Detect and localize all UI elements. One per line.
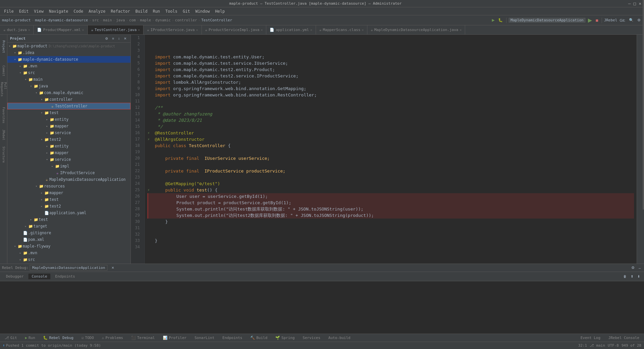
code-content[interactable]: import com.maple.dynamic.test.entity.Use…	[145, 35, 637, 264]
tree-item-4[interactable]: ▾📁src	[7, 69, 130, 76]
menu-edit[interactable]: Edit	[16, 8, 31, 14]
breadcrumb-item[interactable]: controller	[175, 18, 197, 22]
tree-item-27[interactable]: ▸📁target	[7, 223, 130, 230]
tree-item-8[interactable]: ▾📁controller	[7, 96, 130, 103]
close-btn[interactable]: ✕	[639, 1, 641, 6]
project-layout-btn[interactable]: ≡	[111, 36, 115, 41]
menu-run[interactable]: Run	[150, 8, 163, 14]
menu-git[interactable]: Git	[180, 8, 193, 14]
scroll-bottom-btn[interactable]: ⬇	[636, 274, 641, 279]
tab-close-2[interactable]: ✕	[138, 28, 140, 32]
menu-view[interactable]: View	[31, 8, 46, 14]
tree-item-31[interactable]: ▸📁.mvn	[7, 250, 130, 256]
tab-2[interactable]: ☕ TestController.java ✕	[88, 25, 144, 34]
todo-status[interactable]: ☑ TODO	[79, 335, 96, 340]
maximize-btn[interactable]: □	[633, 1, 636, 6]
tab-close-0[interactable]: ✕	[28, 28, 30, 32]
tab-7[interactable]: ☕ MapleDynamicDatasourceApplication.java…	[367, 25, 465, 34]
build-status[interactable]: 🔨 Build	[248, 335, 269, 340]
search-btn[interactable]: 🔍	[628, 17, 635, 23]
profiler-status[interactable]: 📊 Profiler	[161, 335, 189, 340]
tree-item-30[interactable]: ▾📁maple-flyway	[7, 243, 130, 250]
breadcrumb-item[interactable]: maple	[140, 18, 151, 22]
breadcrumb-item[interactable]: com	[129, 18, 136, 22]
tree-item-5[interactable]: ▾📁main	[7, 76, 130, 83]
bottom-settings-btn[interactable]: ⚙	[630, 265, 636, 271]
debugger-tab[interactable]: Debugger	[3, 274, 27, 279]
tab-3[interactable]: ☕ IProductService.java ✕	[143, 25, 202, 34]
project-expand-btn[interactable]: ↕	[117, 36, 121, 41]
tree-item-14[interactable]: ▾📁test2	[7, 136, 130, 143]
tab-close-7[interactable]: ✕	[459, 28, 461, 32]
terminal-status[interactable]: ⬛ Terminal	[129, 335, 157, 340]
tree-item-19[interactable]: ☕IProductService	[7, 169, 130, 176]
gutter-icon-17[interactable]: ⚡	[147, 136, 150, 142]
rebel-debug-status[interactable]: 🐛 Rebel Debug	[41, 335, 75, 340]
spring-status[interactable]: 🌱 Spring	[273, 335, 297, 340]
gutter-icon-16[interactable]: ⚡	[147, 130, 150, 136]
tree-item-32[interactable]: ▸📁src	[7, 256, 130, 263]
menu-file[interactable]: File	[1, 8, 16, 14]
tree-item-21[interactable]: ▾📁resources	[7, 183, 130, 190]
encoding-label[interactable]: UTF-8	[608, 343, 619, 348]
endpoints-tab[interactable]: Endpoints	[52, 274, 78, 279]
debug-close-btn[interactable]: ✕	[110, 265, 115, 270]
position-label[interactable]: 32:1	[578, 343, 587, 348]
pull-requests-icon[interactable]: Pull Requests	[0, 82, 7, 102]
project-close-btn[interactable]: ✕	[122, 36, 128, 41]
tab-0[interactable]: ☕ duct.java ✕	[0, 25, 34, 34]
breadcrumb-item[interactable]: TestController	[201, 18, 232, 22]
debug-btn[interactable]: 🐛	[497, 17, 504, 23]
problems-status[interactable]: ⚠ Problems	[100, 335, 125, 340]
autobuild-status[interactable]: Auto-build	[326, 335, 352, 340]
breadcrumb-item[interactable]: maple-dynamic-datasource	[35, 18, 88, 22]
tab-close-3[interactable]: ✕	[196, 28, 198, 32]
tree-item-18[interactable]: ▸📁impl	[7, 163, 130, 169]
git-push-status[interactable]: ⬆ Pushed 1 commit to origin/main (today …	[3, 343, 101, 348]
tab-close-1[interactable]: ✕	[82, 28, 84, 32]
tab-1[interactable]: 📄 ProductMapper.xml ✕	[34, 25, 88, 34]
services-status[interactable]: Services	[301, 335, 322, 340]
breadcrumb-item[interactable]: main	[103, 18, 112, 22]
tree-item-9[interactable]: ☕TestController	[7, 103, 130, 109]
jrebel-icon[interactable]: JRebel	[0, 128, 7, 141]
tree-item-15[interactable]: ▸📁entity	[7, 143, 130, 149]
tree-item-24[interactable]: ▸📁test2	[7, 203, 130, 210]
event-log-status[interactable]: Event Log	[579, 335, 603, 340]
structure-icon[interactable]: Structure	[0, 146, 7, 163]
run-btn[interactable]: ▶	[587, 16, 593, 24]
breadcrumb-item[interactable]: java	[116, 18, 125, 22]
run-status[interactable]: ▶ Run	[23, 335, 37, 340]
commit-icon[interactable]: Commit	[0, 64, 7, 77]
menu-analyze[interactable]: Analyze	[86, 8, 108, 14]
tab-5[interactable]: 📄 application.yml ✕	[266, 25, 316, 34]
scroll-top-btn[interactable]: ⬆	[629, 274, 635, 279]
settings-btn[interactable]: ⚙	[636, 17, 642, 23]
branch-label[interactable]: ⎇ main	[590, 343, 605, 348]
tree-item-25[interactable]: 📄application.yaml	[7, 210, 130, 216]
tab-6[interactable]: ☕ MapperScans.class ✕	[316, 25, 367, 34]
tree-item-1[interactable]: ▾📁.idea	[7, 49, 130, 56]
tab-close-6[interactable]: ✕	[362, 28, 364, 32]
menu-help[interactable]: Help	[213, 8, 228, 14]
favorites-icon[interactable]: Favorites	[0, 107, 7, 123]
menu-window[interactable]: Window	[193, 8, 212, 14]
app-label[interactable]: MapleDynamicDatasourceApplication	[30, 265, 107, 271]
clear-console-btn[interactable]: 🗑	[622, 274, 628, 279]
tree-item-12[interactable]: ▸📁mapper	[7, 123, 130, 129]
tab-close-5[interactable]: ✕	[310, 28, 312, 32]
project-icon[interactable]: Project	[0, 36, 7, 56]
tree-item-10[interactable]: ▾📁test	[7, 109, 130, 116]
tree-item-20[interactable]: ☕MapleDynamicDatasourceApplication	[7, 176, 130, 183]
tab-close-4[interactable]: ✕	[261, 28, 263, 32]
console-output[interactable]	[0, 281, 644, 334]
jrebel-console-status[interactable]: JRebel Console	[606, 335, 641, 340]
menu-code[interactable]: Code	[71, 8, 86, 14]
tab-4[interactable]: ☕ ProductServiceImpl.java ✕	[202, 25, 267, 34]
tree-item-0[interactable]: ▾📁maple-productD:\zhangfuzeng\code\maple…	[7, 43, 130, 49]
console-tab[interactable]: Console	[28, 274, 50, 279]
menu-navigate[interactable]: Navigate	[46, 8, 71, 14]
tree-item-2[interactable]: ▾📁maple-dynamic-datasource	[7, 56, 130, 63]
git-status[interactable]: ⎇ Git	[3, 335, 19, 340]
breadcrumb-item[interactable]: maple-product	[2, 18, 31, 22]
